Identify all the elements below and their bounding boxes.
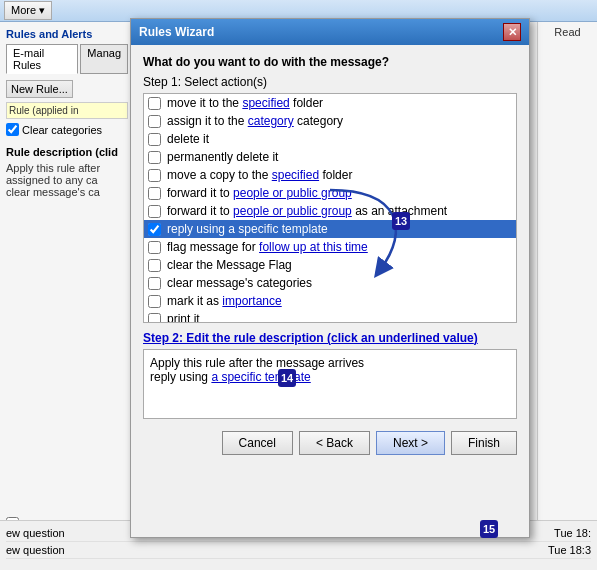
action-assign-category[interactable]: assign it to the category category xyxy=(144,112,516,130)
badge-13: 13 xyxy=(392,212,410,230)
read-panel: Read xyxy=(537,22,597,520)
badge-15: 15 xyxy=(480,520,498,538)
rules-tabs: E-mail Rules Manag xyxy=(6,44,128,74)
rules-panel: Rules and Alerts E-mail Rules Manag New … xyxy=(0,22,134,204)
clear-cat-label: Clear categories xyxy=(22,124,102,136)
action-move-copy-checkbox[interactable] xyxy=(148,169,161,182)
email-rules-tab[interactable]: E-mail Rules xyxy=(6,44,78,74)
action-forward-attachment[interactable]: forward it to people or public group as … xyxy=(144,202,516,220)
new-rule-button[interactable]: New Rule... xyxy=(6,80,73,98)
action-move-folder[interactable]: move it to the specified folder xyxy=(144,94,516,112)
action-clear-flag-checkbox[interactable] xyxy=(148,259,161,272)
dialog-close-button[interactable]: ✕ xyxy=(503,23,521,41)
action-print-checkbox[interactable] xyxy=(148,313,161,324)
rule-desc-line2: reply using a specific template xyxy=(150,370,510,384)
dialog-body: What do you want to do with the message?… xyxy=(131,45,529,537)
importance-link[interactable]: importance xyxy=(222,294,281,308)
action-delete-checkbox[interactable] xyxy=(148,133,161,146)
email-time-2: Tue 18:3 xyxy=(548,544,591,556)
action-delete[interactable]: delete it xyxy=(144,130,516,148)
email-subject-1: ew question xyxy=(6,527,65,539)
email-subject-2: ew question xyxy=(6,544,65,556)
forward-group-link[interactable]: people or public group xyxy=(233,186,352,200)
rule-description-box: Apply this rule after the message arrive… xyxy=(143,349,517,419)
dialog-titlebar: Rules Wizard ✕ xyxy=(131,19,529,45)
actions-list: move it to the specified folder assign i… xyxy=(143,93,517,323)
action-clear-cat-checkbox[interactable] xyxy=(148,277,161,290)
forward-attach-link[interactable]: people or public group xyxy=(233,204,352,218)
clear-cat-checkbox[interactable] xyxy=(6,123,19,136)
email-item-2[interactable]: ew question Tue 18:3 xyxy=(6,542,591,559)
step1-question: What do you want to do with the message? xyxy=(143,55,517,69)
step1-sub: Step 1: Select action(s) xyxy=(143,75,517,89)
left-panel: Rules and Alerts E-mail Rules Manag New … xyxy=(0,22,135,570)
finish-button[interactable]: Finish xyxy=(451,431,517,455)
follow-up-link[interactable]: follow up at this time xyxy=(259,240,368,254)
email-time-1: Tue 18: xyxy=(554,527,591,539)
rule-desc-line1: Apply this rule after the message arrive… xyxy=(150,356,510,370)
badge-14: 14 xyxy=(278,369,296,387)
category-link[interactable]: category xyxy=(248,114,294,128)
action-print[interactable]: print it xyxy=(144,310,516,323)
dialog-title: Rules Wizard xyxy=(139,25,214,39)
step2-link[interactable]: click an underlined value xyxy=(331,331,474,345)
dialog-footer: Cancel < Back Next > Finish xyxy=(143,427,517,455)
action-forward-attach-checkbox[interactable] xyxy=(148,205,161,218)
rule-description-text: Apply this rule afterassigned to any cac… xyxy=(6,162,128,198)
rules-title: Rules and Alerts xyxy=(6,28,128,40)
action-flag-checkbox[interactable] xyxy=(148,241,161,254)
action-perm-delete-checkbox[interactable] xyxy=(148,151,161,164)
action-forward-group[interactable]: forward it to people or public group xyxy=(144,184,516,202)
back-button[interactable]: < Back xyxy=(299,431,370,455)
step2-label: Step 2: Edit the rule description (click… xyxy=(143,331,517,345)
action-mark-importance[interactable]: mark it as importance xyxy=(144,292,516,310)
action-reply-template[interactable]: reply using a specific template xyxy=(144,220,516,238)
next-button[interactable]: Next > xyxy=(376,431,445,455)
action-clear-categories[interactable]: clear message's categories xyxy=(144,274,516,292)
action-move-copy[interactable]: move a copy to the specified folder xyxy=(144,166,516,184)
action-forward-group-checkbox[interactable] xyxy=(148,187,161,200)
manage-tab[interactable]: Manag xyxy=(80,44,128,74)
read-label: Read xyxy=(554,26,580,38)
clear-categories-item: Clear categories xyxy=(6,123,128,136)
more-menu[interactable]: More ▾ xyxy=(4,1,52,20)
rule-applied-label: Rule (applied in xyxy=(6,102,128,119)
action-assign-cat-checkbox[interactable] xyxy=(148,115,161,128)
action-reply-template-checkbox[interactable] xyxy=(148,223,161,236)
rules-wizard-dialog: Rules Wizard ✕ What do you want to do wi… xyxy=(130,18,530,538)
move-copy-link[interactable]: specified xyxy=(272,168,319,182)
cancel-button[interactable]: Cancel xyxy=(222,431,293,455)
action-move-folder-checkbox[interactable] xyxy=(148,97,161,110)
action-clear-flag[interactable]: clear the Message Flag xyxy=(144,256,516,274)
specified-link[interactable]: specified xyxy=(242,96,289,110)
action-mark-imp-checkbox[interactable] xyxy=(148,295,161,308)
action-perm-delete[interactable]: permanently delete it xyxy=(144,148,516,166)
action-flag-followup[interactable]: flag message for follow up at this time xyxy=(144,238,516,256)
rule-description-label: Rule description (clid xyxy=(6,146,128,158)
